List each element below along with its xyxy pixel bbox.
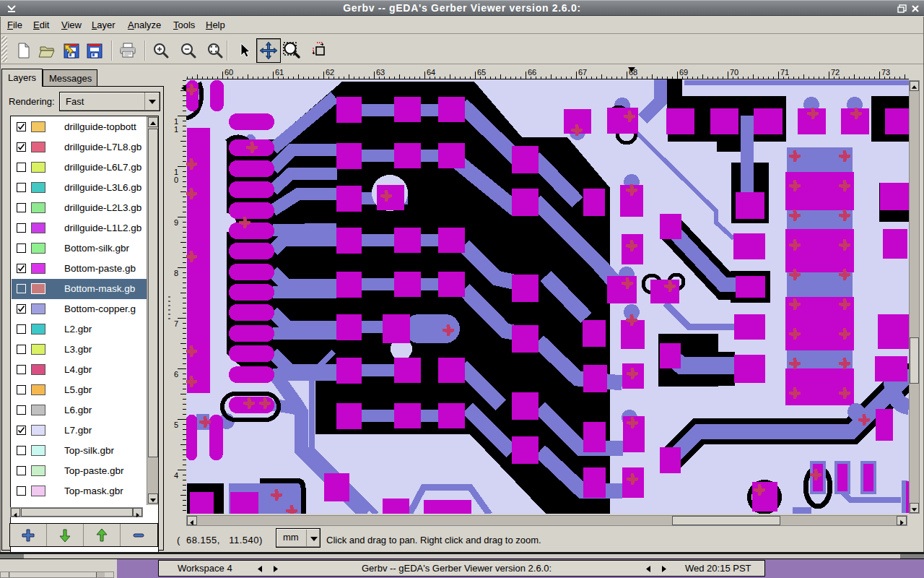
svg-text:5: 5 xyxy=(174,420,178,429)
svg-text:73: 73 xyxy=(881,68,890,77)
svg-text:7: 7 xyxy=(174,319,178,328)
svg-text:63: 63 xyxy=(376,68,385,77)
svg-text:64: 64 xyxy=(427,68,435,77)
svg-text:9: 9 xyxy=(174,218,178,227)
svg-text:71: 71 xyxy=(780,68,789,77)
svg-text:67: 67 xyxy=(578,68,587,77)
svg-text:4: 4 xyxy=(174,471,178,480)
svg-text:6: 6 xyxy=(174,370,178,379)
svg-text:70: 70 xyxy=(730,68,738,77)
svg-text:65: 65 xyxy=(477,68,486,77)
svg-text:69: 69 xyxy=(679,68,688,77)
svg-text:66: 66 xyxy=(528,68,536,77)
svg-text:62: 62 xyxy=(326,68,334,77)
svg-text:1: 1 xyxy=(174,125,178,134)
svg-text:8: 8 xyxy=(174,269,178,277)
svg-text:61: 61 xyxy=(275,68,284,77)
svg-text:72: 72 xyxy=(831,68,840,77)
svg-text:60: 60 xyxy=(225,68,233,77)
svg-text:0: 0 xyxy=(174,176,178,184)
